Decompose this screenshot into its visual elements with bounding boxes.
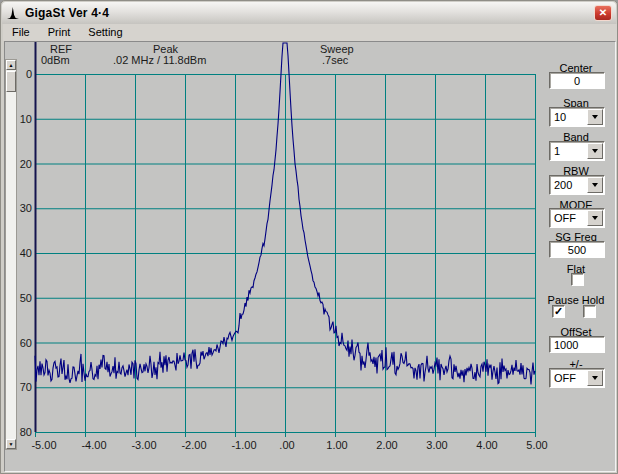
y-tick-label: 70: [8, 381, 32, 393]
y-tick-label: 40: [8, 247, 32, 259]
x-tick-label: 5.00: [517, 439, 557, 451]
title-bar: GigaSt Ver 4·4 ✕: [2, 2, 616, 24]
close-button[interactable]: ✕: [594, 5, 612, 21]
x-tick-label: 4.00: [467, 439, 507, 451]
rbw-combobox[interactable]: 200: [549, 175, 605, 195]
y-tick-label: 50: [8, 292, 32, 304]
span-combobox[interactable]: 10: [549, 107, 605, 127]
hold-checkbox[interactable]: [583, 305, 596, 318]
span-dropdown-icon[interactable]: [587, 109, 603, 125]
ref-value: 0dBm: [41, 55, 70, 66]
pause-checkbox[interactable]: ✓: [552, 305, 565, 318]
rbw-value: 200: [550, 179, 586, 191]
x-tick-label: -2.00: [174, 439, 214, 451]
y-tick-label: 30: [8, 202, 32, 214]
y-tick-label: 80: [8, 426, 32, 438]
span-value: 10: [550, 111, 586, 123]
menu-bar: File Print Setting: [3, 24, 617, 41]
y-tick-label: 60: [8, 337, 32, 349]
x-tick-label: -4.00: [74, 439, 114, 451]
peak-value: .02 MHz / 11.8dBm: [113, 55, 206, 66]
mode-value: OFF: [550, 212, 586, 224]
band-value: 1: [550, 145, 586, 157]
mode-dropdown-icon[interactable]: [587, 210, 603, 226]
x-tick-label: 1.00: [317, 439, 357, 451]
x-tick-label: -1.00: [224, 439, 264, 451]
center-input[interactable]: [549, 72, 605, 89]
rbw-dropdown-icon[interactable]: [587, 177, 603, 193]
x-tick-label: 3.00: [417, 439, 457, 451]
sweep-value: .7sec: [322, 55, 348, 66]
y-tick-label: 20: [8, 158, 32, 170]
plus-minus-dropdown-icon[interactable]: [587, 370, 603, 386]
scroll-down-icon[interactable]: ▼: [6, 439, 16, 449]
x-tick-label: -3.00: [124, 439, 164, 451]
window-title: GigaSt Ver 4·4: [25, 6, 109, 20]
x-tick-label: .00: [267, 439, 307, 451]
band-combobox[interactable]: 1: [549, 141, 605, 161]
sg-freq-input[interactable]: [549, 241, 605, 258]
app-window: GigaSt Ver 4·4 ✕ File Print Setting REF …: [0, 0, 618, 474]
x-tick-label: 2.00: [367, 439, 407, 451]
app-icon: [6, 6, 21, 20]
plus-minus-combobox[interactable]: OFF: [549, 368, 605, 388]
menu-file[interactable]: File: [3, 25, 39, 40]
offset-input[interactable]: [549, 336, 605, 353]
y-tick-label: 0: [8, 68, 32, 80]
x-tick-label: -5.00: [24, 439, 64, 451]
plus-minus-value: OFF: [550, 372, 586, 384]
menu-setting[interactable]: Setting: [79, 25, 131, 40]
mode-combobox[interactable]: OFF: [549, 208, 605, 228]
band-dropdown-icon[interactable]: [587, 143, 603, 159]
menu-print[interactable]: Print: [39, 25, 80, 40]
y-tick-label: 10: [8, 113, 32, 125]
client-area: REF 0dBm Peak .02 MHz / 11.8dBm Sweep .7…: [4, 41, 616, 472]
flat-checkbox[interactable]: [571, 273, 584, 286]
spectrum-plot: [5, 42, 617, 471]
